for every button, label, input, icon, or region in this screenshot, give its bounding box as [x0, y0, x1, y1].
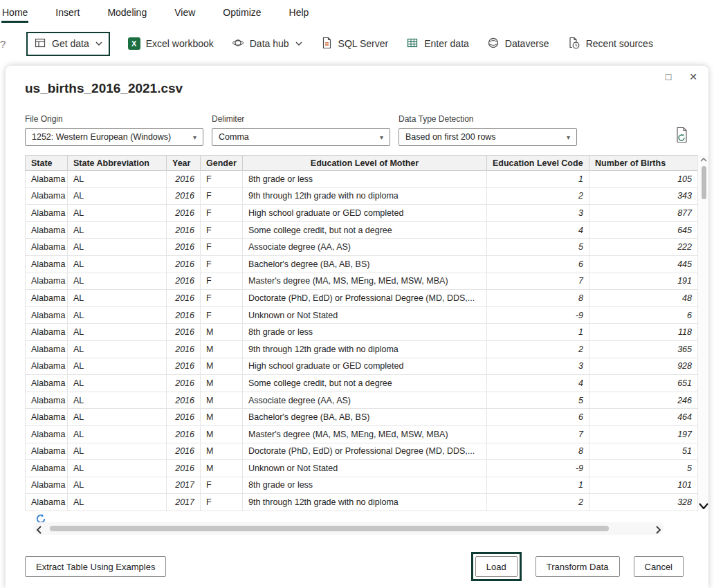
table-row: AlabamaAL2016MDoctorate (PhD, EdD) or Pr…	[26, 443, 698, 460]
recent-sources-button[interactable]: Recent sources	[567, 37, 653, 51]
tab-modeling[interactable]: Modeling	[107, 3, 147, 23]
table-cell: 5	[487, 239, 589, 256]
load-button[interactable]: Load	[475, 556, 518, 577]
table-cell: M	[201, 392, 243, 409]
table-cell: 246	[589, 392, 698, 409]
data-type-detection-value: Based on first 200 rows	[405, 132, 496, 142]
table-cell: F	[201, 273, 243, 290]
refresh-file-icon[interactable]	[675, 127, 689, 146]
enter-data-label: Enter data	[424, 38, 469, 49]
column-header: Gender	[201, 156, 243, 171]
excel-workbook-button[interactable]: X Excel workbook	[128, 37, 214, 50]
excel-workbook-icon: X	[128, 37, 140, 50]
table-row: AlabamaAL2016MBachelor's degree (BA, AB,…	[26, 409, 698, 426]
scroll-right-icon[interactable]	[656, 524, 661, 537]
table-row: AlabamaAL2016FHigh school graduate or GE…	[26, 205, 698, 222]
table-row: AlabamaAL2017F8th grade or less1101	[26, 477, 698, 494]
tab-help[interactable]: Help	[289, 3, 310, 23]
table-cell: M	[201, 443, 243, 460]
table-row: AlabamaAL2016M9th through 12th grade wit…	[26, 340, 698, 358]
table-cell: 7	[487, 273, 589, 290]
table-cell: AL	[68, 460, 167, 477]
table-cell: 2016	[167, 290, 201, 307]
scroll-up-icon[interactable]	[698, 158, 709, 162]
recent-sources-label: Recent sources	[586, 38, 653, 49]
table-cell: AL	[68, 324, 167, 341]
transform-data-button[interactable]: Transform Data	[536, 556, 620, 577]
table-cell: M	[201, 375, 243, 392]
table-cell: Some college credit, but not a degree	[243, 221, 487, 239]
table-cell: Alabama	[26, 306, 68, 324]
dataverse-button[interactable]: Dataverse	[487, 37, 549, 51]
table-cell: Alabama	[26, 255, 68, 273]
table-cell: Alabama	[26, 425, 68, 443]
load-button-highlight: Load	[471, 552, 522, 581]
table-cell: AL	[68, 205, 167, 222]
data-type-detection-select[interactable]: Based on first 200 rows ▾	[399, 128, 577, 146]
vertical-scrollbar-thumb[interactable]	[702, 166, 706, 199]
chevron-down-icon	[295, 42, 302, 46]
table-cell: M	[201, 460, 243, 477]
enter-data-button[interactable]: Enter data	[406, 37, 469, 51]
tab-home[interactable]: Home	[1, 3, 28, 23]
get-data-label: Get data	[52, 38, 89, 49]
table-cell: F	[201, 239, 243, 256]
tab-optimize[interactable]: Optimize	[222, 3, 262, 23]
close-button[interactable]: ✕	[689, 71, 697, 82]
tab-insert[interactable]: Insert	[55, 3, 80, 23]
table-row: AlabamaAL2016FSome college credit, but n…	[26, 221, 698, 239]
table-cell: Unknown or Not Stated	[243, 306, 487, 324]
table-cell: 2016	[167, 221, 201, 239]
table-cell: 5	[487, 392, 589, 409]
table-cell: AL	[68, 358, 167, 375]
sql-server-icon	[320, 37, 333, 51]
preview-table: StateState AbbreviationYearGenderEducati…	[25, 155, 698, 511]
table-cell: 2	[487, 494, 589, 511]
column-header: Education Level Code	[487, 156, 589, 171]
table-row: AlabamaAL2016MMaster's degree (MA, MS, M…	[26, 425, 698, 443]
table-cell: F	[201, 290, 243, 307]
table-cell: Associate degree (AA, AS)	[243, 239, 487, 256]
table-row: AlabamaAL2016MHigh school graduate or GE…	[26, 358, 698, 375]
get-data-button[interactable]: Get data	[26, 32, 110, 56]
table-cell: AL	[68, 375, 167, 392]
file-origin-select[interactable]: 1252: Western European (Windows) ▾	[25, 128, 203, 146]
dataverse-icon	[487, 37, 500, 51]
tab-view[interactable]: View	[174, 3, 196, 23]
table-cell: M	[201, 324, 243, 341]
table-cell: 105	[589, 171, 698, 188]
scroll-down-icon[interactable]	[698, 503, 709, 509]
clipped-toolbar-icon: ?	[0, 38, 8, 50]
dialog-footer: Extract Table Using Examples Load Transf…	[25, 552, 684, 581]
excel-workbook-label: Excel workbook	[146, 38, 214, 49]
horizontal-scrollbar[interactable]	[33, 522, 664, 535]
table-cell: Alabama	[26, 460, 68, 477]
table-cell: AL	[68, 494, 167, 511]
table-cell: AL	[68, 290, 167, 307]
table-row: AlabamaAL2016FMaster's degree (MA, MS, M…	[26, 273, 698, 290]
extract-table-button[interactable]: Extract Table Using Examples	[25, 556, 166, 577]
table-cell: F	[201, 306, 243, 324]
cancel-button[interactable]: Cancel	[634, 556, 684, 577]
horizontal-scrollbar-thumb[interactable]	[50, 526, 609, 531]
maximize-button[interactable]: □	[666, 71, 671, 82]
data-hub-label: Data hub	[250, 38, 289, 49]
table-cell: 328	[589, 494, 698, 511]
table-cell: 2016	[167, 392, 201, 409]
data-hub-button[interactable]: Data hub	[232, 37, 302, 51]
table-cell: Master's degree (MA, MS, MEng, MEd, MSW,…	[243, 425, 487, 443]
scroll-left-icon[interactable]	[36, 524, 42, 537]
table-cell: AL	[68, 221, 167, 239]
table-cell: 2016	[167, 273, 201, 290]
table-row: AlabamaAL2016F8th grade or less1105	[26, 171, 698, 188]
table-cell: 928	[589, 358, 698, 375]
sql-server-button[interactable]: SQL Server	[320, 37, 389, 51]
table-cell: Bachelor's degree (BA, AB, BS)	[243, 409, 487, 426]
footer-action-buttons: Load Transform Data Cancel	[471, 552, 684, 581]
table-cell: 51	[589, 443, 698, 460]
table-cell: 8	[487, 443, 589, 460]
vertical-scrollbar[interactable]	[697, 155, 708, 511]
table-cell: Bachelor's degree (BA, AB, BS)	[243, 255, 487, 273]
table-cell: Master's degree (MA, MS, MEng, MEd, MSW,…	[243, 273, 487, 290]
delimiter-select[interactable]: Comma ▾	[212, 128, 390, 146]
